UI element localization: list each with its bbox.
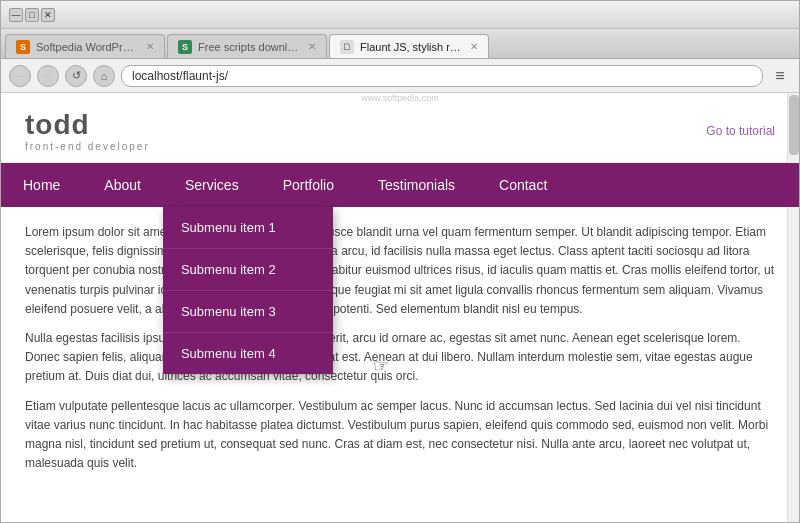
refresh-button[interactable]: ↺	[65, 65, 87, 87]
tab-free-scripts[interactable]: S Free scripts downloads -... ✕	[167, 34, 327, 58]
nav-item-contact[interactable]: Contact	[477, 163, 569, 207]
tab-label: Softpedia WordPress Test...	[36, 41, 138, 53]
tab-label: Free scripts downloads -...	[198, 41, 300, 53]
nav-item-services[interactable]: Services Submenu item 1 Submenu item 2 S…	[163, 163, 261, 207]
dropdown-link-2[interactable]: Submenu item 2	[163, 248, 333, 290]
nav-link-testimonials[interactable]: Testimonials	[356, 163, 477, 207]
forward-icon: →	[43, 70, 54, 82]
dropdown-item-4[interactable]: Submenu item 4	[163, 332, 333, 374]
nav-link-home[interactable]: Home	[1, 163, 82, 207]
tabs-bar: S Softpedia WordPress Test... ✕ S Free s…	[1, 29, 799, 59]
nav-item-about[interactable]: About	[82, 163, 163, 207]
body-paragraph-2: Nulla egestas facilisis ipsum sit amet s…	[25, 329, 775, 387]
nav-list: Home About Services Submenu item 1	[1, 163, 799, 207]
close-button[interactable]: ✕	[41, 8, 55, 22]
dropdown-link-4[interactable]: Submenu item 4	[163, 332, 333, 374]
site-nav: Home About Services Submenu item 1	[1, 163, 799, 207]
dropdown-item-2[interactable]: Submenu item 2	[163, 248, 333, 290]
back-button[interactable]: ←	[9, 65, 31, 87]
services-dropdown: Submenu item 1 Submenu item 2 Submenu it…	[163, 207, 333, 374]
refresh-icon: ↺	[72, 69, 81, 82]
nav-link-about[interactable]: About	[82, 163, 163, 207]
menu-button[interactable]: ≡	[769, 65, 791, 87]
home-icon: ⌂	[101, 70, 108, 82]
nav-item-home[interactable]: Home	[1, 163, 82, 207]
title-bar: — □ ✕	[1, 1, 799, 29]
dropdown-item-1[interactable]: Submenu item 1	[163, 207, 333, 248]
dropdown-link-1[interactable]: Submenu item 1	[163, 207, 333, 248]
nav-link-portfolio[interactable]: Portfolio	[261, 163, 356, 207]
nav-link-services[interactable]: Services	[163, 163, 261, 207]
nav-link-contact[interactable]: Contact	[477, 163, 569, 207]
logo-name: todd	[25, 109, 150, 141]
url-input[interactable]	[121, 65, 763, 87]
nav-item-portfolio[interactable]: Portfolio	[261, 163, 356, 207]
site-logo: todd front-end developer	[25, 109, 150, 152]
dropdown-link-3[interactable]: Submenu item 3	[163, 290, 333, 332]
home-button[interactable]: ⌂	[93, 65, 115, 87]
back-icon: ←	[15, 70, 26, 82]
tab-close-icon[interactable]: ✕	[308, 41, 316, 52]
tab-softpedia[interactable]: S Softpedia WordPress Test... ✕	[5, 34, 165, 58]
dropdown-item-3[interactable]: Submenu item 3	[163, 290, 333, 332]
tab-label: Flaunt JS, stylish responsiv...	[360, 41, 462, 53]
nav-item-testimonials[interactable]: Testimonials	[356, 163, 477, 207]
dropdown-list: Submenu item 1 Submenu item 2 Submenu it…	[163, 207, 333, 374]
scrollbar-thumb[interactable]	[789, 95, 799, 155]
tab-favicon: S	[16, 40, 30, 54]
tab-favicon: S	[178, 40, 192, 54]
tab-flaunt[interactable]: 🗋 Flaunt JS, stylish responsiv... ✕	[329, 34, 489, 58]
tab-close-icon[interactable]: ✕	[146, 41, 154, 52]
body-paragraph-3: Etiam vulputate pellentesque lacus ac ul…	[25, 397, 775, 474]
maximize-button[interactable]: □	[25, 8, 39, 22]
address-bar: ← → ↺ ⌂ ≡	[1, 59, 799, 93]
tutorial-link[interactable]: Go to tutorial	[706, 124, 775, 138]
tab-close-icon[interactable]: ✕	[470, 41, 478, 52]
minimize-button[interactable]: —	[9, 8, 23, 22]
site-header: todd front-end developer Go to tutorial	[1, 93, 799, 163]
forward-button[interactable]: →	[37, 65, 59, 87]
body-paragraph-1: Lorem ipsum dolor sit amet, consectetur …	[25, 223, 775, 319]
scrollbar[interactable]	[787, 93, 799, 523]
tab-favicon: 🗋	[340, 40, 354, 54]
page-content: www.softpedia.com todd front-end develop…	[1, 93, 799, 523]
site-body: Lorem ipsum dolor sit amet, consectetur …	[1, 207, 799, 499]
window-controls: — □ ✕	[9, 8, 55, 22]
browser-window: — □ ✕ S Softpedia WordPress Test... ✕ S …	[0, 0, 800, 523]
logo-tagline: front-end developer	[25, 141, 150, 152]
